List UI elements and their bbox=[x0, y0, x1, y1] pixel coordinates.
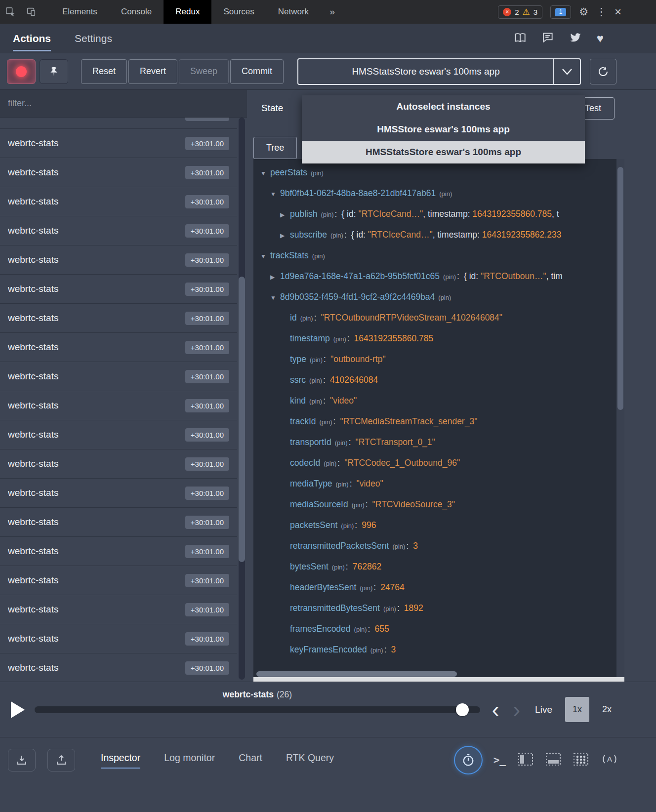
devtools-tab-elements[interactable]: Elements bbox=[50, 0, 109, 24]
speed-2x-button[interactable]: 2x bbox=[599, 697, 615, 722]
tree-node[interactable]: ▼9bf0fb41-062f-48ba-8ae8-21dbf417ab61(pi… bbox=[253, 183, 616, 203]
pin-link[interactable]: (pin) bbox=[370, 647, 383, 654]
pin-link[interactable]: (pin) bbox=[332, 564, 345, 571]
pin-link[interactable]: (pin) bbox=[330, 232, 343, 239]
commit-button[interactable]: Commit bbox=[230, 59, 284, 84]
footer-tab-log-monitor[interactable]: Log monitor bbox=[164, 752, 215, 769]
action-list-item[interactable]: webrtc-stats+30:01.00 bbox=[0, 362, 237, 391]
tree-node[interactable]: ▼peerStats(pin) bbox=[253, 162, 616, 183]
instance-option[interactable]: Autoselect instances bbox=[302, 95, 585, 118]
issues-message-chip[interactable]: 1 bbox=[550, 5, 571, 19]
collapse-arrow-icon[interactable]: ▼ bbox=[270, 287, 280, 307]
layout-grid-icon-3[interactable] bbox=[573, 752, 589, 768]
pin-link[interactable]: (pin) bbox=[300, 315, 313, 322]
tree-vscrollbar-track[interactable] bbox=[616, 159, 624, 677]
action-list-item[interactable]: webrtc-stats+30:01.00 bbox=[0, 479, 237, 508]
tab-actions[interactable]: Actions bbox=[13, 33, 51, 44]
instance-option[interactable]: HMSStore eswar's 100ms app bbox=[302, 118, 585, 141]
settings-gear-icon[interactable]: ⚙ bbox=[579, 6, 588, 18]
action-list-item[interactable]: webrtc-stats+30:01.00 bbox=[0, 118, 237, 129]
pin-link[interactable]: (pin) bbox=[336, 481, 349, 488]
revert-button[interactable]: Revert bbox=[128, 59, 177, 84]
actions-scrollbar-thumb[interactable] bbox=[239, 277, 245, 562]
record-button[interactable] bbox=[7, 59, 36, 84]
play-button[interactable] bbox=[11, 701, 25, 718]
reload-instances-button[interactable] bbox=[590, 59, 616, 84]
pin-link[interactable]: (pin) bbox=[443, 273, 456, 281]
pin-link[interactable]: (pin) bbox=[383, 605, 396, 612]
pin-link[interactable]: (pin) bbox=[354, 626, 367, 633]
actions-scrollbar-track[interactable] bbox=[239, 118, 245, 680]
action-list-item[interactable]: webrtc-stats+30:01.00 bbox=[0, 624, 237, 653]
pin-link[interactable]: (pin) bbox=[321, 211, 333, 218]
pin-link[interactable]: (pin) bbox=[360, 584, 372, 592]
pin-link[interactable]: (pin) bbox=[320, 418, 332, 426]
footer-tab-inspector[interactable]: Inspector bbox=[101, 752, 140, 769]
step-back-button[interactable]: ‹ bbox=[490, 699, 501, 721]
instance-select[interactable]: HMSStatsStore eswar's 100ms app bbox=[297, 58, 581, 85]
kebab-menu-icon[interactable]: ⋮ bbox=[596, 6, 607, 18]
pin-link[interactable]: (pin) bbox=[439, 190, 452, 198]
filter-input[interactable] bbox=[8, 98, 239, 109]
collapse-arrow-icon[interactable]: ▼ bbox=[260, 246, 270, 266]
inspect-element-icon[interactable] bbox=[0, 0, 21, 24]
action-list-item[interactable]: webrtc-stats+30:01.00 bbox=[0, 245, 237, 275]
action-list-item[interactable]: webrtc-stats+30:01.00 bbox=[0, 275, 237, 304]
feedback-chat-icon[interactable] bbox=[541, 31, 554, 46]
footer-tab-rtk-query[interactable]: RTK Query bbox=[286, 752, 334, 769]
twitter-bird-icon[interactable] bbox=[569, 31, 582, 46]
instance-option[interactable]: HMSStatsStore eswar's 100ms app bbox=[302, 141, 585, 163]
console-issues-chip[interactable]: × 2 ⚠ 3 bbox=[498, 5, 542, 19]
announce-audio-icon[interactable]: A bbox=[601, 752, 618, 769]
live-button[interactable]: Live bbox=[535, 704, 552, 715]
pin-link[interactable]: (pin) bbox=[335, 439, 348, 447]
action-list-item[interactable]: webrtc-stats+30:01.00 bbox=[0, 216, 237, 245]
action-list-item[interactable]: webrtc-stats+30:01.00 bbox=[0, 508, 237, 537]
heart-icon[interactable]: ♥ bbox=[597, 32, 604, 45]
tree-node[interactable]: ▶1d9ea76a-168e-47a1-a62b-95b5fcf01c65(pi… bbox=[253, 266, 616, 286]
action-list-item[interactable]: webrtc-stats+30:01.00 bbox=[0, 537, 237, 566]
import-button[interactable] bbox=[8, 749, 36, 771]
action-list-item[interactable]: webrtc-stats+30:01.00 bbox=[0, 333, 237, 362]
docs-book-icon[interactable] bbox=[514, 31, 527, 46]
tab-state[interactable]: State bbox=[253, 103, 291, 114]
close-icon[interactable]: × bbox=[615, 5, 621, 19]
pin-link[interactable]: (pin) bbox=[310, 356, 323, 364]
step-forward-button[interactable]: › bbox=[511, 699, 522, 721]
devtools-tab-redux[interactable]: Redux bbox=[164, 0, 211, 24]
pin-window-button[interactable] bbox=[40, 59, 68, 84]
pin-link[interactable]: (pin) bbox=[341, 522, 354, 529]
stopwatch-button[interactable] bbox=[455, 747, 482, 773]
timeline-slider[interactable]: webrtc-stats(26) bbox=[35, 706, 480, 713]
action-list-item[interactable]: webrtc-stats+30:01.00 bbox=[0, 158, 237, 187]
action-list-item[interactable]: webrtc-stats+30:01.00 bbox=[0, 304, 237, 333]
action-list-item[interactable]: webrtc-stats+30:01.00 bbox=[0, 566, 237, 595]
layout-grid-icon-2[interactable] bbox=[545, 752, 561, 768]
tab-settings[interactable]: Settings bbox=[75, 33, 112, 44]
timeline-slider-thumb[interactable] bbox=[456, 703, 469, 716]
action-list-item[interactable]: webrtc-stats+30:01.00 bbox=[0, 187, 237, 216]
pin-link[interactable]: (pin) bbox=[309, 377, 322, 384]
device-toolbar-icon[interactable] bbox=[21, 0, 41, 24]
devtools-tab-network[interactable]: Network bbox=[266, 0, 321, 24]
action-list-item[interactable]: webrtc-stats+30:01.00 bbox=[0, 129, 237, 158]
tree-node[interactable]: ▼8d9b0352-f459-4fd1-9cf2-a9f2c4469ba4(pi… bbox=[253, 286, 616, 307]
tree-vscrollbar-thumb[interactable] bbox=[617, 167, 623, 410]
speed-1x-button[interactable]: 1x bbox=[565, 697, 589, 722]
devtools-tab-console[interactable]: Console bbox=[109, 0, 164, 24]
pin-link[interactable]: (pin) bbox=[333, 335, 346, 343]
collapse-arrow-icon[interactable]: ▼ bbox=[260, 163, 270, 183]
pin-link[interactable]: (pin) bbox=[324, 460, 336, 467]
tree-node[interactable]: ▼trackStats(pin) bbox=[253, 245, 616, 266]
pin-link[interactable]: (pin) bbox=[352, 501, 365, 509]
action-list-item[interactable]: webrtc-stats+30:01.00 bbox=[0, 420, 237, 449]
tree-node[interactable]: ▶publish(pin):{ id: "RTCIceCand…", times… bbox=[253, 203, 616, 224]
footer-tab-chart[interactable]: Chart bbox=[239, 752, 262, 769]
dispatcher-terminal-icon[interactable]: >_ bbox=[493, 754, 506, 766]
action-list-item[interactable]: webrtc-stats+30:01.00 bbox=[0, 653, 237, 682]
action-list-item[interactable]: webrtc-stats+30:01.00 bbox=[0, 449, 237, 479]
pin-link[interactable]: (pin) bbox=[312, 252, 325, 260]
expand-arrow-icon[interactable]: ▶ bbox=[280, 204, 290, 224]
tree-node[interactable]: ▶subscribe(pin):{ id: "RTCIceCand…", tim… bbox=[253, 224, 616, 245]
tree-hscrollbar-track[interactable] bbox=[253, 670, 616, 677]
